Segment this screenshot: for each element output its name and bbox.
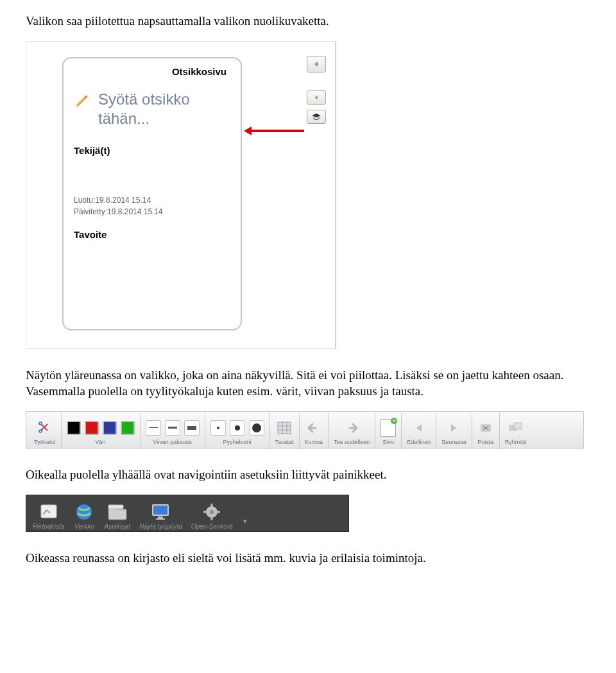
prev-page-icon[interactable] — [411, 420, 427, 436]
nav-item-board[interactable]: Piirtoalusta — [33, 502, 64, 530]
svg-point-1 — [39, 422, 42, 425]
collapse-panel-icon[interactable] — [307, 90, 326, 105]
svg-rect-3 — [278, 422, 291, 434]
nav-item-app[interactable]: Open-Sankoré — [191, 502, 233, 530]
page-card: Otsikkosivu Syötä otsikko tähän... Tekij… — [62, 57, 242, 330]
side-toggle-panel — [307, 56, 326, 124]
title-placeholder: Syötä otsikko tähän... — [98, 90, 230, 128]
svg-rect-19 — [203, 511, 207, 513]
color-swatch-red[interactable] — [85, 421, 99, 435]
eraser-small[interactable] — [210, 420, 226, 436]
svg-point-16 — [210, 510, 214, 514]
stroke-thick[interactable] — [184, 420, 200, 436]
tool-label-del: Poista — [477, 439, 493, 445]
new-page-icon[interactable]: + — [381, 419, 396, 437]
stroke-thin[interactable] — [146, 420, 161, 436]
tool-group-tools: Työkalut — [29, 413, 62, 448]
tool-label-group: Ryhmitä — [505, 439, 526, 445]
tool-label-tools: Työkalut — [34, 439, 56, 445]
svg-rect-20 — [217, 511, 220, 513]
gear-icon — [201, 502, 223, 522]
tool-label-next: Seuraava — [441, 439, 466, 445]
tool-group-line: Viivan paksuus — [141, 413, 205, 448]
tool-group-del: Poista — [472, 413, 500, 448]
tool-label-prev: Edellinen — [407, 439, 431, 445]
tool-group-eraser: Pyyhekumi — [205, 413, 270, 448]
folder-icon — [107, 502, 128, 522]
svg-rect-17 — [211, 504, 213, 507]
tool-label-redo: Tee uudelleen — [334, 439, 370, 445]
paragraph-2: Näytön yläreunassa on valikko, joka on a… — [26, 367, 590, 400]
tool-label-color: Väri — [96, 439, 106, 445]
nav-label-app: Open-Sankoré — [191, 523, 233, 530]
svg-rect-18 — [211, 517, 213, 520]
page-title-label: Otsikkosivu — [74, 66, 230, 77]
title-page-panel: Otsikkosivu Syötä otsikko tähän... Tekij… — [26, 41, 336, 349]
authors-label: Tekijä(t) — [74, 145, 230, 156]
svg-rect-12 — [153, 506, 167, 515]
tool-group-prev: Edellinen — [402, 413, 436, 448]
group-icon[interactable] — [507, 420, 524, 436]
svg-rect-10 — [108, 505, 123, 509]
nav-label-docs: Asiakirjat — [104, 523, 130, 530]
tool-label-line: Viivan paksuus — [153, 439, 191, 445]
monitor-icon — [150, 502, 171, 522]
tool-group-group: Ryhmitä — [500, 413, 531, 448]
red-arrow-annotation — [244, 125, 305, 129]
title-input-row[interactable]: Syötä otsikko tähän... — [74, 90, 230, 128]
tool-group-redo: Tee uudelleen — [329, 413, 375, 448]
updated-date: Päivitetty:19.8.2014 15.14 — [74, 206, 230, 217]
tool-group-color: Väri — [62, 413, 141, 448]
tool-group-page: + Sivu — [375, 413, 402, 448]
scissors-icon[interactable] — [37, 420, 53, 436]
screenshot-title-page: Otsikkosivu Syötä otsikko tähän... Tekij… — [26, 41, 336, 349]
svg-rect-14 — [156, 518, 165, 520]
tool-label-undo: Kumoa — [305, 439, 323, 445]
nav-item-web[interactable]: Verkko — [73, 502, 95, 530]
eraser-large[interactable] — [249, 420, 264, 436]
next-page-icon[interactable] — [445, 420, 462, 436]
nav-label-board: Piirtoalusta — [33, 523, 64, 530]
education-icon[interactable] — [307, 110, 326, 124]
created-date: Luotu:19.8.2014 15.14 — [74, 194, 230, 206]
color-swatch-green[interactable] — [121, 421, 135, 435]
pencil-icon — [74, 92, 90, 109]
nav-item-docs[interactable]: Asiakirjat — [104, 502, 130, 530]
nav-label-desktop: Näytä työpöytä — [139, 523, 182, 530]
redo-icon[interactable] — [343, 420, 360, 436]
chevron-down-icon[interactable]: ▾ — [243, 517, 247, 530]
paragraph-3: Oikealla puolella ylhäällä ovat navigoin… — [26, 466, 590, 483]
tool-label-eraser: Pyyhekumi — [223, 439, 252, 445]
style-toolbar: Työkalut Väri Viivan paksuus Pyyhekumi — [26, 411, 584, 448]
tool-label-page: Sivu — [382, 439, 394, 445]
undo-icon[interactable] — [305, 420, 322, 436]
globe-icon — [73, 502, 95, 522]
grid-icon[interactable] — [276, 420, 293, 436]
tool-label-bg: Taustat — [275, 439, 294, 445]
collapse-left-icon[interactable] — [307, 56, 326, 72]
svg-point-2 — [39, 430, 42, 432]
color-swatch-blue[interactable] — [103, 421, 117, 435]
nav-item-desktop[interactable]: Näytä työpöytä — [139, 502, 182, 530]
tool-group-bg: Taustat — [270, 413, 300, 448]
tool-group-next: Seuraava — [436, 413, 472, 448]
eraser-med[interactable] — [230, 420, 245, 436]
color-swatch-black[interactable] — [67, 421, 81, 435]
board-icon — [38, 502, 60, 522]
stroke-med[interactable] — [165, 420, 180, 436]
goal-label: Tavoite — [74, 229, 230, 240]
svg-rect-6 — [514, 423, 522, 429]
paragraph-4: Oikeassa reunassa on kirjasto eli sieltä… — [26, 550, 590, 567]
nav-toolbar: Piirtoalusta Verkko Asiakirjat Näytä työ… — [26, 495, 349, 532]
delete-icon[interactable] — [477, 420, 494, 436]
svg-rect-13 — [158, 516, 163, 518]
nav-label-web: Verkko — [74, 523, 94, 530]
tool-group-undo: Kumoa — [300, 413, 329, 448]
paragraph-1: Valikon saa piilotettua napsauttamalla v… — [26, 13, 590, 30]
